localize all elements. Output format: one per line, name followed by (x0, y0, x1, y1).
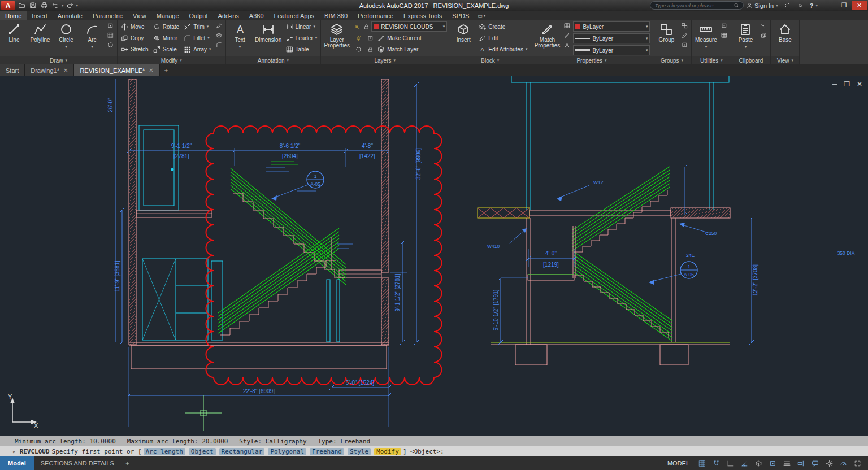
clean-screen-icon[interactable] (851, 458, 863, 469)
revision-cloud[interactable] (206, 126, 442, 385)
tab-a360[interactable]: A360 (244, 11, 269, 20)
offset-tool-icon[interactable] (214, 40, 224, 50)
table-button[interactable]: Table (284, 43, 319, 55)
open-button[interactable] (16, 1, 27, 10)
option-arc-length[interactable]: Arc length (144, 448, 185, 455)
copy-button[interactable]: Copy (119, 32, 150, 43)
close-button[interactable]: ✕ (852, 1, 867, 10)
quick-select-icon[interactable] (719, 21, 729, 31)
text-dropdown-icon[interactable]: ▾ (239, 44, 241, 50)
polar-tracking-icon[interactable] (738, 458, 750, 469)
group-select-icon[interactable] (680, 40, 689, 50)
paste-dropdown-icon[interactable]: ▾ (745, 44, 747, 50)
tab-annotate[interactable]: Annotate (53, 11, 88, 20)
search-icon[interactable] (734, 2, 740, 8)
properties-paint-icon[interactable] (562, 31, 572, 40)
layer-properties-button[interactable]: Layer Properties (323, 21, 351, 56)
ellipse-tool-icon[interactable] (106, 40, 115, 50)
match-properties-button[interactable]: Match Properties (533, 21, 561, 56)
lineweight-dropdown[interactable]: ByLayer▾ (573, 45, 650, 55)
file-tab-revision-example[interactable]: REVISION_EXAMPLE*✕ (74, 64, 159, 76)
restore-drawing-icon[interactable]: ❐ (844, 81, 850, 88)
edit-attributes-dropdown-icon[interactable]: ▾ (526, 47, 528, 51)
trim-button[interactable]: Trim▾ (182, 21, 212, 32)
option-freehand[interactable]: Freehand (310, 448, 344, 455)
model-tab[interactable]: Model (0, 456, 34, 470)
properties-settings-icon[interactable] (562, 40, 572, 50)
close-icon[interactable]: ✕ (149, 67, 153, 73)
annotation-monitor-icon[interactable] (809, 458, 821, 469)
layer-dropdown[interactable]: REVISION CLOUDS ▾ (371, 21, 447, 32)
help-search-box[interactable] (650, 1, 744, 10)
redo-button[interactable] (64, 1, 76, 10)
measure-button[interactable]: Measure▾ (693, 21, 718, 56)
stay-connected-icon[interactable] (796, 1, 807, 10)
make-current-button[interactable]: Make Current (352, 32, 447, 43)
object-color-dropdown[interactable]: ByLayer▾ (573, 21, 650, 32)
linear-button[interactable]: Linear▾ (284, 21, 319, 32)
dimension-button[interactable]: Dimension (254, 21, 283, 56)
circle-button[interactable]: Circle▾ (54, 21, 79, 56)
layer-on-icon[interactable] (352, 22, 362, 32)
minimize-button[interactable]: ─ (821, 1, 836, 10)
plot-button[interactable] (38, 1, 50, 10)
command-prompt-line[interactable]: ▸ REVCLOUD Specify first point or [ Arc … (0, 446, 868, 456)
option-polygonal[interactable]: Polygonal (268, 448, 306, 455)
model-space-toggle[interactable]: MODEL (663, 460, 694, 467)
match-layer-button[interactable]: Match Layer (352, 43, 447, 55)
option-style[interactable]: Style (348, 448, 371, 455)
file-tab-start[interactable]: Start (0, 64, 25, 76)
fillet-button[interactable]: Fillet▾ (182, 32, 212, 43)
array-dropdown-icon[interactable]: ▾ (209, 47, 211, 51)
tab-output[interactable]: Output (184, 11, 213, 20)
create-block-button[interactable]: Create (477, 21, 529, 32)
trim-dropdown-icon[interactable]: ▾ (207, 24, 209, 29)
tab-home[interactable]: Home (0, 11, 27, 20)
scale-button[interactable]: Scale (151, 43, 181, 55)
copy-clip-icon[interactable] (759, 31, 769, 40)
group-button[interactable]: Group (654, 21, 679, 56)
edit-attributes-button[interactable]: Edit Attributes▾ (477, 43, 529, 55)
edit-block-button[interactable]: Edit (477, 32, 529, 43)
circle-dropdown-icon[interactable]: ▾ (65, 44, 67, 50)
panel-title-properties[interactable]: Properties▾ (531, 56, 652, 64)
exchange-apps-icon[interactable] (782, 1, 793, 10)
arc-button[interactable]: Arc▾ (80, 21, 105, 56)
undo-button[interactable] (50, 1, 61, 10)
hatch-tool-icon[interactable] (106, 31, 115, 40)
panel-title-layers[interactable]: Layers▾ (321, 56, 449, 64)
panel-title-block[interactable]: Block▾ (449, 56, 531, 64)
layout-tab-sections-and-details[interactable]: SECTIONS AND DETAILS (34, 460, 121, 467)
text-button[interactable]: Text▾ (228, 21, 253, 56)
option-modify[interactable]: Modify (374, 448, 401, 455)
measure-dropdown-icon[interactable]: ▾ (705, 44, 708, 50)
linear-dropdown-icon[interactable]: ▾ (313, 24, 315, 29)
layer-freeze-icon[interactable] (354, 33, 363, 43)
option-object[interactable]: Object (189, 448, 216, 455)
rectangle-tool-icon[interactable] (106, 21, 115, 31)
tab-manage[interactable]: Manage (151, 11, 184, 20)
panel-title-view[interactable]: View▾ (771, 56, 799, 64)
tab-insert[interactable]: Insert (27, 11, 53, 20)
stretch-button[interactable]: Stretch (119, 43, 150, 55)
panel-title-utilities[interactable]: Utilities▾ (692, 56, 731, 64)
layer-unlock-icon[interactable] (366, 45, 375, 54)
tab-featured-apps[interactable]: Featured Apps (269, 11, 320, 20)
graphics-performance-icon[interactable] (837, 458, 849, 469)
properties-list-icon[interactable] (562, 21, 572, 31)
leader-dropdown-icon[interactable]: ▾ (315, 36, 318, 40)
leader-button[interactable]: Leader▾ (284, 32, 319, 43)
lineweight-icon[interactable] (780, 458, 793, 469)
signin-button[interactable]: Sign In ▾ (747, 2, 779, 9)
panel-title-groups[interactable]: Groups▾ (652, 56, 691, 64)
qat-customize-icon[interactable]: ▾ (76, 3, 79, 8)
insert-button[interactable]: Insert (451, 21, 476, 56)
object-snap-icon[interactable] (766, 458, 779, 469)
panel-title-clipboard[interactable]: Clipboard (731, 56, 770, 64)
tab-express-tools[interactable]: Express Tools (398, 11, 447, 20)
group-edit-icon[interactable] (680, 31, 689, 40)
cut-icon[interactable] (759, 21, 769, 31)
grid-icon[interactable] (696, 458, 708, 469)
save-button[interactable] (27, 1, 38, 10)
fillet-dropdown-icon[interactable]: ▾ (207, 36, 210, 40)
